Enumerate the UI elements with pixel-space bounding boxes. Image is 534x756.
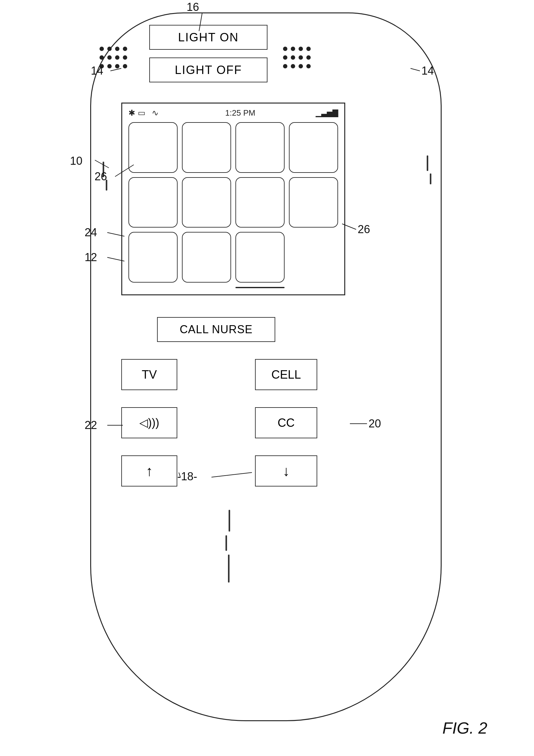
light-on-button[interactable]: LIGHT ON <box>149 25 267 50</box>
channel-down-icon: ↓ <box>283 463 290 479</box>
tv-button[interactable]: TV <box>121 359 177 390</box>
figure-label: FIG. 2 <box>442 719 487 737</box>
channel-up-icon: ↑ <box>146 463 153 479</box>
light-on-label: LIGHT ON <box>178 31 239 44</box>
speaker-right <box>280 43 320 84</box>
app-grid <box>128 122 338 288</box>
app-cell-8[interactable] <box>289 177 338 228</box>
call-nurse-label: CALL NURSE <box>180 323 253 336</box>
app-cell-7[interactable] <box>236 177 285 228</box>
cell-button[interactable]: CELL <box>255 359 317 390</box>
app-cell-12[interactable] <box>236 287 285 288</box>
time-display: 1:25 PM <box>165 108 316 118</box>
channel-down-button[interactable]: ↓ <box>255 455 317 486</box>
scroll-indicator-right <box>427 155 431 184</box>
svg-text:10: 10 <box>70 154 82 167</box>
cell-label: CELL <box>271 368 301 381</box>
app-cell-6[interactable] <box>182 177 231 228</box>
light-off-label: LIGHT OFF <box>175 64 242 77</box>
bluetooth-icon: ✱ <box>128 108 135 118</box>
channel-up-button[interactable]: ↑ <box>121 455 177 486</box>
app-cell-2[interactable] <box>182 122 231 173</box>
app-cell-1[interactable] <box>128 122 178 173</box>
app-cell-4[interactable] <box>289 122 338 173</box>
volume-icon: ◁))) <box>139 416 159 429</box>
speaker-left <box>97 43 137 84</box>
page-container: LIGHT ON LIGHT OFF ✱ <box>0 0 534 756</box>
cc-label: CC <box>278 416 295 430</box>
microphone-lines <box>222 510 230 582</box>
tv-label: TV <box>142 368 157 381</box>
status-bar: ✱ ▭ ∿ 1:25 PM ▁▃▅▇ <box>128 107 338 119</box>
wifi-icon: ∿ <box>152 108 158 118</box>
volume-button[interactable]: ◁))) <box>121 407 177 438</box>
app-cell-empty-3 <box>182 287 231 288</box>
app-cell-empty-1 <box>289 232 338 283</box>
light-off-button[interactable]: LIGHT OFF <box>149 58 267 82</box>
app-cell-3[interactable] <box>236 122 285 173</box>
battery-icon: ▭ <box>138 108 146 118</box>
app-cell-11[interactable] <box>236 232 285 283</box>
screen: ✱ ▭ ∿ 1:25 PM ▁▃▅▇ <box>121 103 345 295</box>
app-cell-empty-2 <box>128 287 178 288</box>
app-cell-9[interactable] <box>128 232 178 283</box>
cc-button[interactable]: CC <box>255 407 317 438</box>
app-cell-5[interactable] <box>128 177 178 228</box>
svg-text:16: 16 <box>186 1 199 14</box>
call-nurse-button[interactable]: CALL NURSE <box>157 317 275 342</box>
app-cell-10[interactable] <box>182 232 231 283</box>
signal-icon: ▁▃▅▇ <box>316 108 338 117</box>
scroll-indicator-left <box>103 162 107 191</box>
